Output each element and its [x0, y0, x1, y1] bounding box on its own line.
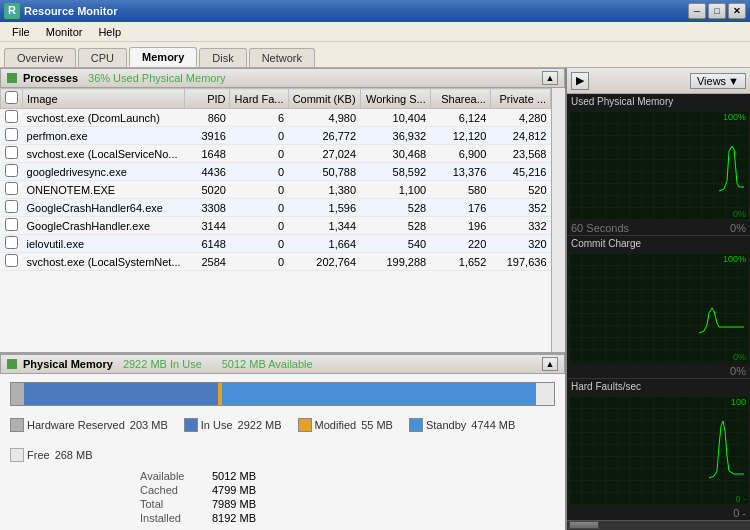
legend-modified-color [298, 418, 312, 432]
svg-rect-4 [569, 396, 748, 505]
menu-file[interactable]: File [4, 24, 38, 40]
svg-rect-3 [569, 253, 748, 362]
memory-section-header[interactable]: Physical Memory 2922 MB In Use 5012 MB A… [0, 354, 565, 374]
table-row[interactable]: ielovutil.exe614801,664540220320 [1, 235, 551, 253]
legend-modified: Modified 55 MB [298, 418, 393, 432]
memory-indicator [7, 359, 17, 369]
memory-collapse-btn[interactable]: ▲ [542, 357, 558, 371]
legend-standby: Standby 4744 MB [409, 418, 515, 432]
memory-available-label: 5012 MB Available [222, 358, 313, 370]
svg-text:R: R [8, 5, 16, 16]
title-bar: R Resource Monitor ─ □ ✕ [0, 0, 750, 22]
legend-modified-label: Modified [315, 419, 357, 431]
graph-hardfault-bottom-row: 0 - [567, 507, 750, 520]
legend-inuse-color [184, 418, 198, 432]
table-row[interactable]: svchost.exe (LocalServiceNo...1648027,02… [1, 145, 551, 163]
legend-free-value: 268 MB [55, 449, 93, 461]
legend-reserved-color [10, 418, 24, 432]
processes-scrollbar[interactable] [551, 88, 565, 352]
legend-free: Free 268 MB [10, 448, 93, 462]
views-button[interactable]: Views ▼ [690, 73, 746, 89]
tab-cpu[interactable]: CPU [78, 48, 127, 67]
stat-total-value: 7989 MB [212, 498, 272, 510]
memory-legend: Hardware Reserved 203 MB In Use 2922 MB … [0, 414, 565, 466]
mem-standby-bar [222, 383, 536, 405]
right-panel-scrollbar[interactable] [567, 520, 750, 530]
stat-available-label: Available [140, 470, 210, 482]
table-row[interactable]: googledrivesync.exe4436050,78858,59213,3… [1, 163, 551, 181]
table-row[interactable]: GoogleCrashHandler.exe314401,34452819633… [1, 217, 551, 235]
stat-available-value: 5012 MB [212, 470, 272, 482]
tab-network[interactable]: Network [249, 48, 315, 67]
legend-standby-value: 4744 MB [471, 419, 515, 431]
memory-usage-label: 36% Used Physical Memory [88, 72, 226, 84]
memory-bar-container [0, 374, 565, 414]
processes-header[interactable]: Processes 36% Used Physical Memory ▲ [0, 68, 565, 88]
right-panel-header: ▶ Views ▼ [567, 68, 750, 94]
graph-section-hardfaults: Hard Faults/sec 100 0 - 0 - [567, 379, 750, 520]
graph-memory-time: 60 Seconds 0% [567, 222, 750, 235]
col-header-working[interactable]: Working S... [360, 89, 430, 109]
table-header-row: Image PID Hard Fa... Commit (KB) Working… [1, 89, 551, 109]
legend-inuse: In Use 2922 MB [184, 418, 282, 432]
col-header-commit[interactable]: Commit (KB) [288, 89, 360, 109]
table-row[interactable]: ONENOTEM.EXE502001,3801,100580520 [1, 181, 551, 199]
graph-hardfault-container: 100 0 - [569, 396, 748, 505]
processes-collapse-btn[interactable]: ▲ [542, 71, 558, 85]
stat-cached-value: 4799 MB [212, 484, 272, 496]
right-panel: ▶ Views ▼ Used Physical Memory 100% 0% [565, 68, 750, 530]
memory-stats-grid: Available 5012 MB Cached 4799 MB Total 7… [140, 470, 272, 524]
maximize-button[interactable]: □ [708, 3, 726, 19]
scrollbar-thumb[interactable] [569, 521, 599, 529]
window-controls: ─ □ ✕ [688, 3, 746, 19]
graph-section-commit: Commit Charge 100% 0% 0% [567, 236, 750, 378]
menu-bar: File Monitor Help [0, 22, 750, 42]
graph-commit-grid [569, 253, 748, 362]
table-row[interactable]: perfmon.exe3916026,77236,93212,12024,812 [1, 127, 551, 145]
minimize-button[interactable]: ─ [688, 3, 706, 19]
col-header-pid[interactable]: PID [185, 89, 230, 109]
graph-memory-spike [569, 111, 748, 220]
mem-reserved-bar [11, 383, 24, 405]
processes-section: Processes 36% Used Physical Memory ▲ Ima… [0, 68, 565, 352]
stat-installed-label: Installed [140, 512, 210, 524]
graph-memory-container: 100% 0% [569, 111, 748, 220]
processes-table-wrapper: Image PID Hard Fa... Commit (KB) Working… [0, 88, 565, 352]
legend-free-color [10, 448, 24, 462]
close-button[interactable]: ✕ [728, 3, 746, 19]
legend-reserved: Hardware Reserved 203 MB [10, 418, 168, 432]
table-row[interactable]: GoogleCrashHandler64.exe330801,596528176… [1, 199, 551, 217]
col-header-hardfault[interactable]: Hard Fa... [230, 89, 288, 109]
table-row[interactable]: svchost.exe (DcomLaunch)86064,98010,4046… [1, 109, 551, 127]
col-header-private[interactable]: Private ... [490, 89, 550, 109]
main-content: Processes 36% Used Physical Memory ▲ Ima… [0, 68, 750, 530]
processes-content: Image PID Hard Fa... Commit (KB) Working… [0, 88, 565, 352]
title-text: Resource Monitor [24, 5, 118, 17]
expand-button[interactable]: ▶ [571, 72, 589, 90]
processes-title: Processes [23, 72, 78, 84]
col-header-image[interactable]: Image [23, 89, 185, 109]
legend-free-label: Free [27, 449, 50, 461]
memory-bar [10, 382, 555, 406]
stat-cached-label: Cached [140, 484, 210, 496]
processes-table-scroll[interactable]: Image PID Hard Fa... Commit (KB) Working… [0, 88, 551, 352]
table-row[interactable]: svchost.exe (LocalSystemNet...25840202,7… [1, 253, 551, 271]
stat-total-label: Total [140, 498, 210, 510]
graph-memory-title: Used Physical Memory [567, 94, 750, 109]
legend-inuse-value: 2922 MB [238, 419, 282, 431]
col-header-shared[interactable]: Sharea... [430, 89, 490, 109]
menu-help[interactable]: Help [90, 24, 129, 40]
graph-commit-container: 100% 0% [569, 253, 748, 362]
legend-standby-label: Standby [426, 419, 466, 431]
menu-monitor[interactable]: Monitor [38, 24, 91, 40]
mem-free-bar [536, 383, 554, 405]
tab-overview[interactable]: Overview [4, 48, 76, 67]
tab-disk[interactable]: Disk [199, 48, 246, 67]
graph-commit-title: Commit Charge [567, 236, 750, 251]
views-dropdown-icon: ▼ [728, 75, 739, 87]
graph-commit-bottom-row: 0% [567, 365, 750, 378]
tab-memory[interactable]: Memory [129, 47, 197, 67]
memory-title: Physical Memory [23, 358, 113, 370]
col-header-check[interactable] [1, 89, 23, 109]
legend-reserved-value: 203 MB [130, 419, 168, 431]
